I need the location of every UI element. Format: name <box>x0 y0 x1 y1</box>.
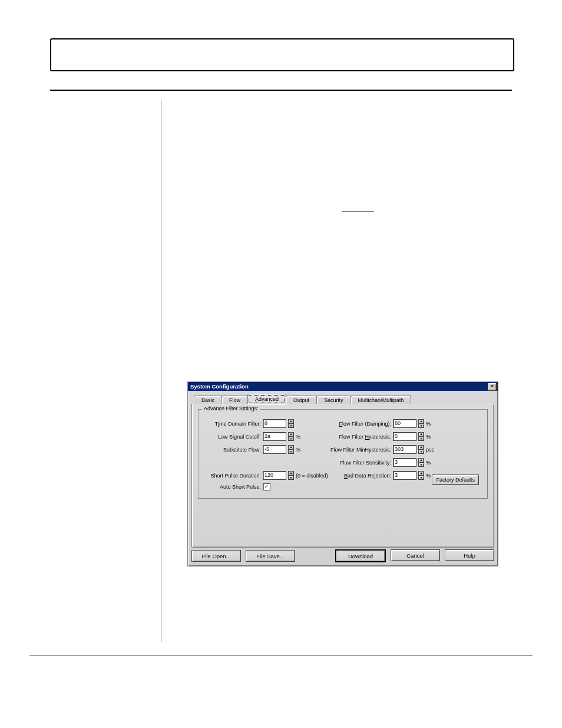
text-underline-accent <box>342 211 374 212</box>
download-button[interactable]: Download <box>335 549 386 562</box>
flow-filter-sensitivity-label: Flow Filter Sensitivity: <box>323 460 391 466</box>
time-domain-filter-spinner[interactable]: ▲▼ <box>288 419 294 428</box>
flow-filter-minhyst-unit: psc <box>426 447 434 453</box>
footer-rule <box>29 655 533 656</box>
system-configuration-dialog: System Configuration × Basic Flow Advanc… <box>187 381 498 566</box>
cancel-button[interactable]: Cancel <box>391 549 440 561</box>
column-divider <box>161 100 161 643</box>
flow-filter-sensitivity-unit: % <box>426 460 431 466</box>
low-signal-cutoff-label: Low Signal Cutoff: <box>210 434 261 440</box>
tab-multichan[interactable]: Multichan/Multipath <box>351 396 412 404</box>
low-signal-cutoff-input[interactable]: 2a <box>263 432 286 441</box>
short-pulse-duration-spinner[interactable]: ▲▼ <box>288 471 294 480</box>
horizontal-rule <box>50 90 512 91</box>
flow-filter-damping-unit: % <box>426 421 431 427</box>
bad-data-rejection-input[interactable]: 3 <box>393 471 416 480</box>
help-button[interactable]: Help <box>445 549 494 561</box>
flow-filter-sensitivity-input[interactable]: 3 <box>393 458 416 467</box>
substitute-flow-unit: % <box>296 447 300 453</box>
substitute-flow-label: Substitute Flow: <box>210 447 261 453</box>
short-pulse-duration-row: Short Pulse Duration: 120 ▲▼ (0 = disabl… <box>201 471 328 480</box>
bad-data-rejection-spinner[interactable]: ▲▼ <box>418 471 424 480</box>
flow-filter-minhyst-input[interactable]: 303 <box>393 445 416 454</box>
tab-strip: Basic Flow Advanced Output Security Mult… <box>194 393 494 404</box>
flow-filter-hysteresis-spinner[interactable]: ▲▼ <box>418 432 424 441</box>
substitute-flow-input[interactable]: -5 <box>263 445 286 454</box>
dialog-button-row: File Open... File Save... Download Cance… <box>191 549 494 562</box>
flow-filter-damping-spinner[interactable]: ▲▼ <box>418 419 424 428</box>
flow-filter-hysteresis-label: Flow Filter Hysteresis: <box>323 434 391 440</box>
flow-filter-sensitivity-row: Flow Filter Sensitivity: 3 ▲▼ % <box>323 458 431 467</box>
label-text: low Filter (Damping): <box>342 421 391 427</box>
low-signal-cutoff-unit: % <box>296 434 300 440</box>
dialog-titlebar: System Configuration × <box>188 382 498 391</box>
factory-defaults-button[interactable]: Factory Defaults <box>432 475 479 485</box>
label-text: ad Data Rejection: <box>348 473 391 479</box>
label-text: ysteresis: <box>369 434 391 440</box>
tab-flow[interactable]: Flow <box>222 396 248 404</box>
time-domain-filter-input[interactable]: 8 <box>263 419 286 428</box>
low-signal-cutoff-row: Low Signal Cutoff: 2a ▲▼ % <box>210 432 300 441</box>
flow-filter-minhyst-label: Flow Filter MinHysteresis: <box>316 447 391 453</box>
label-text: Flow Filter <box>339 434 365 440</box>
substitute-flow-row: Substitute Flow: -5 ▲▼ % <box>210 445 300 454</box>
dialog-client-area: Basic Flow Advanced Output Security Mult… <box>188 391 498 566</box>
substitute-flow-spinner[interactable]: ▲▼ <box>288 445 294 454</box>
short-pulse-duration-label: Short Pulse Duration: <box>201 473 261 479</box>
flow-filter-hysteresis-unit: % <box>426 434 431 440</box>
tab-advanced[interactable]: Advanced <box>247 394 286 404</box>
flow-filter-damping-row: Flow Filter (Damping): 80 ▲▼ % <box>323 419 431 428</box>
groupbox-label: Advance Filter Stttings: <box>202 406 260 411</box>
auto-short-pulse-checkbox[interactable]: ✓ <box>263 483 270 490</box>
time-domain-filter-label: Time Domain Filter: <box>210 421 261 427</box>
flow-filter-hysteresis-row: Flow Filter Hysteresis: 5 ▲▼ % <box>323 432 431 441</box>
dialog-title: System Configuration <box>190 383 249 390</box>
file-open-button[interactable]: File Open... <box>191 550 241 562</box>
header-box <box>50 38 514 71</box>
time-domain-filter-row: Time Domain Filter: 8 ▲▼ <box>210 419 294 428</box>
flow-filter-minhyst-spinner[interactable]: ▲▼ <box>418 445 424 454</box>
flow-filter-damping-label: Flow Filter (Damping): <box>323 421 391 427</box>
bad-data-rejection-unit: % <box>426 473 431 479</box>
auto-short-pulse-label: Auto Short Pulse: <box>210 484 261 490</box>
tab-output[interactable]: Output <box>286 396 317 404</box>
auto-short-pulse-row: Auto Short Pulse: ✓ <box>210 483 270 490</box>
advance-filter-groupbox: Advance Filter Stttings: Time Domain Fil… <box>198 409 488 499</box>
tab-basic[interactable]: Basic <box>194 396 222 404</box>
tab-panel-advanced: Advance Filter Stttings: Time Domain Fil… <box>191 404 494 548</box>
close-button[interactable]: × <box>488 383 497 391</box>
bad-data-rejection-label: Bad Data Rejection: <box>323 473 391 479</box>
flow-filter-minhyst-row: Flow Filter MinHysteresis: 303 ▲▼ psc <box>316 445 434 454</box>
file-save-button[interactable]: File Save... <box>246 550 295 562</box>
flow-filter-hysteresis-input[interactable]: 5 <box>393 432 416 441</box>
bad-data-rejection-row: Bad Data Rejection: 3 ▲▼ % <box>323 471 431 480</box>
low-signal-cutoff-spinner[interactable]: ▲▼ <box>288 432 294 441</box>
flow-filter-damping-input[interactable]: 80 <box>393 419 416 428</box>
short-pulse-duration-input[interactable]: 120 <box>263 471 286 480</box>
label-text: me Domain Filter: <box>219 421 261 427</box>
flow-filter-sensitivity-spinner[interactable]: ▲▼ <box>418 458 424 467</box>
tab-security[interactable]: Security <box>316 396 351 404</box>
